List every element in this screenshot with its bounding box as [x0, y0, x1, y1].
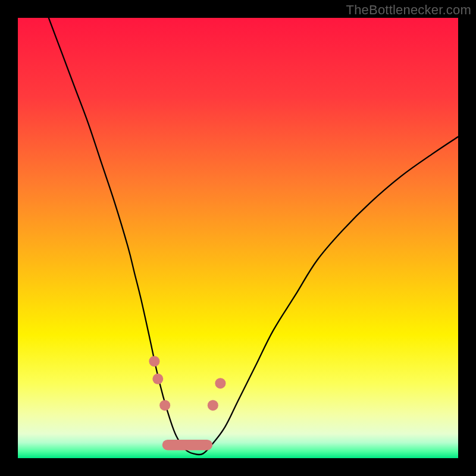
- curve-marker: [152, 374, 163, 384]
- bottleneck-curve: [18, 18, 458, 458]
- plot-area: [18, 18, 458, 458]
- curve-marker: [215, 378, 226, 389]
- watermark-text: TheBottlenecker.com: [346, 2, 471, 18]
- curve-marker: [159, 400, 170, 411]
- chart-frame: TheBottlenecker.com: [0, 0, 476, 476]
- curve-marker: [149, 356, 159, 367]
- curve-marker: [208, 400, 218, 411]
